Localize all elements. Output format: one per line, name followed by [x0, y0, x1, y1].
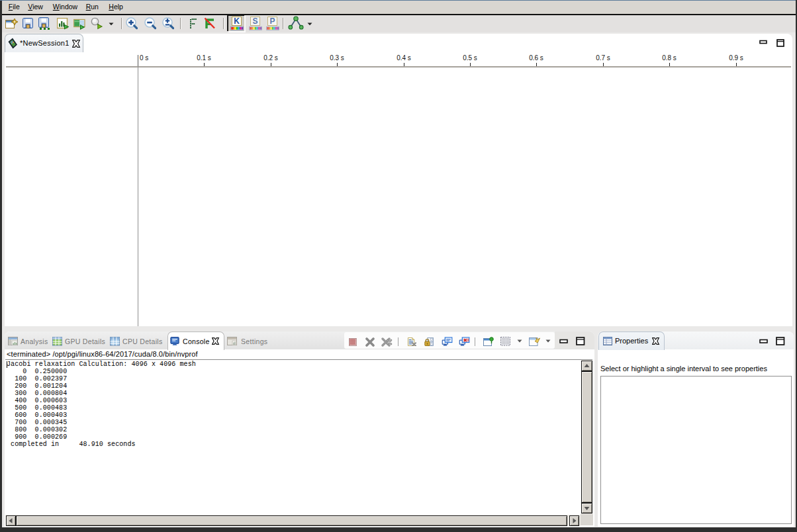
- svg-text:P: P: [269, 17, 275, 26]
- svg-text:S: S: [252, 17, 258, 26]
- svg-text:K: K: [234, 17, 240, 26]
